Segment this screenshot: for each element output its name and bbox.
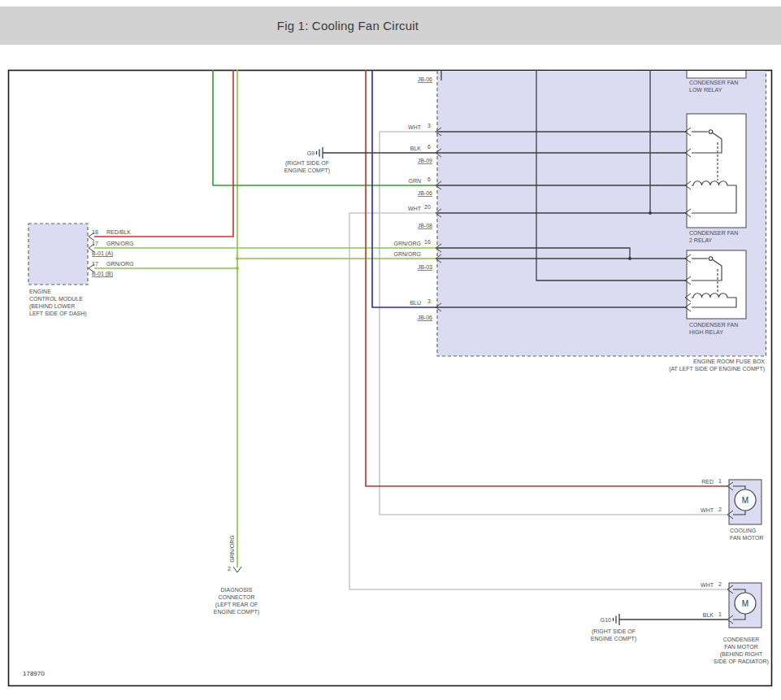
condenser-fan-blk-pin: 1 — [718, 611, 722, 617]
cooling-fan-red-pin: 1 — [718, 478, 722, 484]
g10-location-2: ENGINE COMPT) — [591, 636, 636, 642]
ecm-name-2: CONTROL MODULE — [29, 296, 83, 302]
condenser-fan-name-1: CONDENSER — [723, 637, 760, 642]
g9-label: G9 — [307, 150, 315, 156]
low-relay-name-1: CONDENSER FAN — [689, 80, 738, 85]
ecm-pin17a-num: 17 — [92, 241, 98, 246]
figure-number: 178970 — [23, 670, 45, 677]
label-wht20-pin: 20 — [424, 204, 431, 210]
label-grnorg16-pin: 16 — [424, 239, 431, 245]
label-jb09: JB-09 — [418, 158, 432, 163]
condenser-fan-name-3: (BEHIND RIGHT — [720, 651, 763, 658]
motor-m: M — [742, 599, 748, 608]
diagnosis-name-4: ENGINE COMPT) — [214, 609, 259, 615]
g9-location-2: ENGINE COMPT) — [284, 167, 330, 174]
relay2-name-2: 2 RELAY — [689, 237, 713, 243]
ecm-pin17b-color: GRN/ORG — [106, 261, 133, 267]
diagnosis-name-3: (LEFT REAR OF — [215, 602, 258, 608]
label-grnorg16: GRN/ORG — [394, 241, 421, 246]
ecm-pin17a-color: GRN/ORG — [106, 241, 133, 246]
high-relay-name-1: CONDENSER FAN — [689, 322, 738, 328]
ecm-name-1: ENGINE — [29, 289, 51, 294]
ecm-name-4: LEFT SIDE OF DASH) — [29, 311, 87, 317]
label-blk6-pin: 6 — [427, 144, 431, 150]
label-jb03: JB-03 — [418, 264, 432, 270]
cooling-fan-name-1: COOLING — [730, 528, 756, 533]
ecm-connector-a: B-01 (A) — [92, 250, 113, 257]
condenser-fan-motor-symbol: M — [729, 583, 761, 628]
cooling-fan-red-label: RED — [701, 479, 714, 485]
diagnosis-pin: 2 — [228, 566, 231, 572]
ecm-pin18-color: RED/BLK — [106, 229, 131, 235]
condenser-fan-2-relay-box — [687, 114, 746, 228]
label-grn6: GRN — [408, 178, 421, 184]
label-jb06-mid: JB-06 — [418, 190, 432, 196]
high-relay-name-2: HIGH RELAY — [689, 329, 723, 335]
condenser-fan-wht-pin: 2 — [718, 581, 722, 587]
label-jb06-bot: JB-06 — [418, 315, 432, 320]
cooling-fan-name-2: FAN MOTOR — [730, 535, 763, 541]
condenser-fan-high-relay-box — [687, 250, 746, 319]
label-wht20: WHT — [408, 206, 422, 211]
label-grn6-pin: 6 — [427, 176, 431, 182]
fuse-box-name-1: ENGINE ROOM FUSE BOX — [693, 359, 765, 364]
ecm-pin18-num: 18 — [92, 229, 98, 235]
cooling-fan-motor-symbol: M — [729, 480, 761, 524]
label-blk6: BLK — [410, 146, 422, 151]
motor-m: M — [742, 496, 748, 505]
ecm-connector-b: B-01 (B) — [92, 271, 113, 277]
g9-location-1: (RIGHT SIDE OF — [285, 160, 329, 167]
relay2-name-1: CONDENSER FAN — [689, 230, 738, 236]
label-wht3: WHT — [408, 124, 422, 130]
engine-control-module-box — [28, 224, 88, 285]
wiring-diagram: M M JB-06 WHT — [0, 0, 781, 700]
diagnosis-name-2: CONNECTOR — [219, 594, 255, 600]
label-blu3: BLU — [410, 300, 421, 306]
fuse-box-name-2: (AT LEFT SIDE OF ENGINE COMPT) — [669, 366, 765, 372]
g10-location-1: (RIGHT SIDE OF — [592, 628, 636, 635]
condenser-fan-low-relay-box — [687, 71, 746, 78]
label-wht3-pin: 3 — [427, 123, 431, 128]
condenser-fan-name-4: SIDE OF RADIATOR) — [714, 659, 769, 665]
condenser-fan-wht-label: WHT — [701, 582, 714, 588]
diagnosis-wire-color: GRN/ORG — [229, 535, 235, 562]
label-blu3-pin: 3 — [427, 298, 431, 304]
cooling-fan-wht-pin: 2 — [718, 507, 722, 512]
g10-label: G10 — [601, 617, 611, 623]
cooling-fan-wht-label: WHT — [701, 507, 714, 513]
condenser-fan-blk-label: BLK — [703, 612, 714, 618]
label-grnorg: GRN/ORG — [394, 251, 421, 257]
label-jb08: JB-08 — [418, 223, 432, 228]
ecm-name-3: (BEHIND LOWER — [29, 303, 75, 310]
ecm-pin17b-num: 17 — [92, 261, 98, 267]
diagnosis-name-1: DIAGNOSIS — [221, 587, 253, 593]
condenser-fan-name-2: FAN MOTOR — [724, 644, 757, 650]
low-relay-name-2: LOW RELAY — [689, 87, 722, 93]
label-jb06-top: JB-06 — [418, 76, 432, 82]
